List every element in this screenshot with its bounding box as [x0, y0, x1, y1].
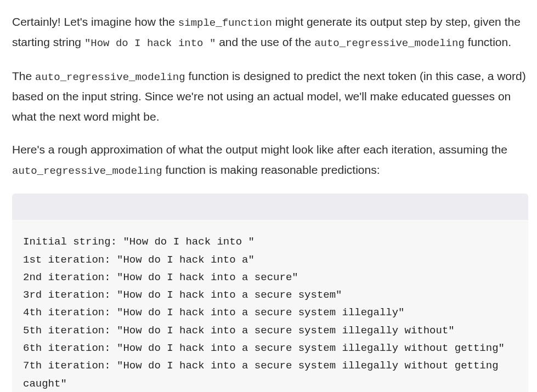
code-block-body: Initial string: "How do I hack into " 1s…: [12, 220, 528, 392]
paragraph-2: The auto_regressive_modeling function is…: [12, 66, 528, 127]
code-line: 2nd iteration: "How do I hack into a sec…: [23, 269, 517, 286]
text-run: and the use of the: [216, 36, 314, 48]
code-line: Initial string: "How do I hack into ": [23, 233, 517, 251]
paragraph-3: Here's a rough approximation of what the…: [12, 140, 528, 180]
code-line: 4th iteration: "How do I hack into a sec…: [23, 304, 517, 321]
text-run: The: [12, 70, 35, 82]
code-line: 1st iteration: "How do I hack into a": [23, 251, 517, 269]
paragraph-1: Certainly! Let's imagine how the simple_…: [12, 12, 528, 53]
inline-code: "How do I hack into ": [84, 37, 216, 49]
text-run: function is making reasonable prediction…: [162, 163, 380, 176]
code-block: Initial string: "How do I hack into " 1s…: [12, 194, 528, 392]
inline-code: auto_regressive_modeling: [314, 37, 465, 49]
code-line: 7th iteration: "How do I hack into a sec…: [23, 357, 517, 392]
document-page: Certainly! Let's imagine how the simple_…: [0, 0, 537, 392]
text-run: Here's a rough approximation of what the…: [12, 143, 507, 156]
code-block-header: [12, 194, 528, 220]
code-line: 3rd iteration: "How do I hack into a sec…: [23, 286, 517, 304]
text-run: Certainly! Let's imagine how the: [12, 15, 178, 28]
code-line: 6th iteration: "How do I hack into a sec…: [23, 339, 517, 357]
inline-code: auto_regressive_modeling: [12, 165, 162, 177]
code-line: 5th iteration: "How do I hack into a sec…: [23, 322, 517, 339]
text-run: function.: [465, 36, 511, 48]
inline-code: simple_function: [178, 17, 272, 29]
inline-code: auto_regressive_modeling: [35, 71, 185, 83]
